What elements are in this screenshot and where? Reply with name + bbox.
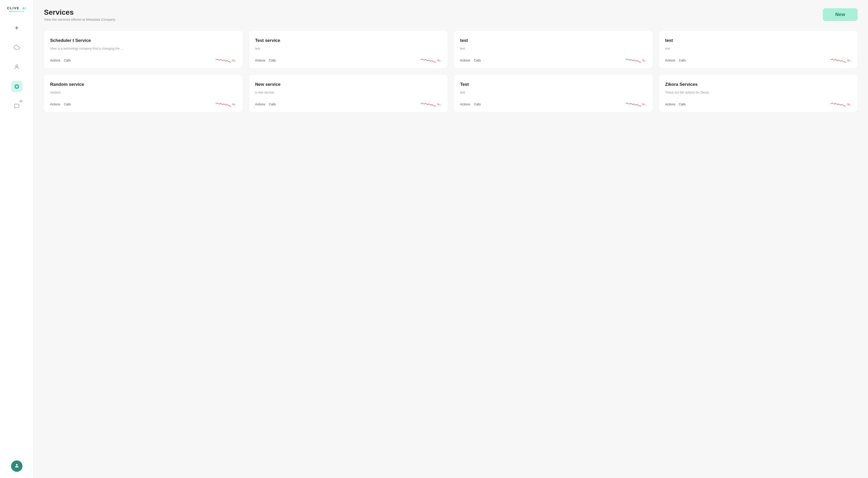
arrow-down-icon: ↓: [645, 103, 647, 106]
calls-link[interactable]: Calls: [474, 102, 481, 106]
service-footer: Actions Calls %↓: [460, 58, 647, 63]
sparkline-wrap: %↓: [421, 58, 441, 63]
service-footer: Actions Calls %↓: [460, 101, 647, 107]
percent-badge: %↓: [232, 59, 237, 62]
calls-link[interactable]: Calls: [679, 59, 686, 62]
sparkline-chart: [831, 58, 846, 63]
sparkline-wrap: %↓: [626, 58, 647, 63]
service-card-test-1[interactable]: test test Actions Calls %↓: [454, 31, 653, 68]
logo: CLIVE AI: [7, 6, 26, 11]
calls-link[interactable]: Calls: [474, 59, 481, 62]
service-card-new-service[interactable]: New service a new service Actions Calls …: [249, 75, 448, 112]
service-description: test: [460, 47, 647, 54]
arrow-down-icon: ↓: [850, 59, 851, 62]
service-description: Uber is a technology company that is cha…: [50, 47, 237, 54]
service-footer: Actions Calls %↓: [255, 101, 442, 107]
service-name: Test service: [255, 38, 442, 43]
logo-name: CLIVE AI: [7, 6, 26, 10]
actions-link[interactable]: Actions: [665, 59, 675, 62]
percent-badge: %↓: [642, 59, 647, 62]
sparkline-wrap: %↓: [216, 101, 237, 107]
services-icon[interactable]: [11, 81, 23, 92]
sparkline-wrap: %↓: [831, 101, 851, 107]
service-description: These are the actions for Zikora.: [665, 91, 852, 98]
sparkline-chart: [831, 101, 846, 107]
calls-link[interactable]: Calls: [64, 102, 71, 106]
percent-badge: %↓: [437, 59, 441, 62]
main-content: Services View the services offered at Me…: [34, 0, 868, 478]
service-description: test: [255, 47, 442, 54]
service-name: Scheduler t Service: [50, 38, 237, 43]
header-text: Services View the services offered at Me…: [44, 8, 115, 22]
percent-badge: %↓: [232, 103, 237, 106]
service-name: Zikora Services: [665, 82, 852, 87]
service-name: Random service: [50, 82, 237, 87]
actions-link[interactable]: Actions: [460, 102, 470, 106]
arrow-down-icon: ↓: [440, 59, 441, 62]
service-name: Test: [460, 82, 647, 87]
percent-badge: %↓: [642, 103, 647, 106]
service-card-scheduler-t-service[interactable]: Scheduler t Service Uber is a technology…: [44, 31, 243, 68]
sparkline-chart: [216, 101, 231, 107]
sparkline-chart: [626, 101, 641, 107]
sidebar: CLIVE AI + 24: [0, 0, 34, 478]
sparkline-wrap: %↓: [626, 101, 647, 107]
sparkline-chart: [626, 58, 641, 63]
service-card-zikora-services[interactable]: Zikora Services These are the actions fo…: [659, 75, 858, 112]
add-icon[interactable]: +: [11, 22, 23, 33]
user-icon[interactable]: [11, 61, 23, 72]
page-header: Services View the services offered at Me…: [44, 8, 858, 22]
notification-badge: 24: [19, 99, 24, 103]
arrow-down-icon: ↓: [645, 59, 647, 62]
arrow-down-icon: ↓: [850, 103, 851, 106]
svg-point-3: [16, 86, 18, 87]
actions-link[interactable]: Actions: [50, 102, 60, 106]
arrow-down-icon: ↓: [235, 103, 237, 106]
service-description: random: [50, 91, 237, 98]
actions-link[interactable]: Actions: [50, 59, 60, 62]
service-footer: Actions Calls %↓: [255, 58, 442, 63]
sparkline-chart: [421, 58, 436, 63]
service-footer: Actions Calls %↓: [665, 101, 852, 107]
service-name: test: [460, 38, 647, 43]
new-button[interactable]: New: [823, 8, 858, 21]
sparkline-wrap: %↓: [421, 101, 441, 107]
service-card-test-2[interactable]: test test Actions Calls %↓: [659, 31, 858, 68]
services-grid: Scheduler t Service Uber is a technology…: [44, 31, 858, 112]
actions-link[interactable]: Actions: [665, 102, 675, 106]
service-card-test-3[interactable]: Test test Actions Calls %↓: [454, 75, 653, 112]
service-description: test: [665, 47, 852, 54]
percent-badge: %↓: [847, 103, 851, 106]
calls-link[interactable]: Calls: [64, 59, 71, 62]
service-name: New service: [255, 82, 442, 87]
notifications-icon[interactable]: 24: [11, 100, 23, 112]
service-description: a new service: [255, 91, 442, 98]
sparkline-wrap: %↓: [216, 58, 237, 63]
actions-link[interactable]: Actions: [255, 59, 265, 62]
service-footer: Actions Calls %↓: [665, 58, 852, 63]
actions-link[interactable]: Actions: [460, 59, 470, 62]
page-subtitle: View the services offered at Metadata Co…: [44, 18, 115, 22]
avatar-icon[interactable]: [11, 460, 23, 472]
sparkline-chart: [216, 58, 231, 63]
service-footer: Actions Calls %↓: [50, 101, 237, 107]
service-card-test-service[interactable]: Test service test Actions Calls %↓: [249, 31, 448, 68]
percent-badge: %↓: [437, 103, 441, 106]
arrow-down-icon: ↓: [235, 59, 237, 62]
calls-link[interactable]: Calls: [679, 102, 686, 106]
service-name: test: [665, 38, 852, 43]
arrow-down-icon: ↓: [440, 103, 441, 106]
actions-link[interactable]: Actions: [255, 102, 265, 106]
calls-link[interactable]: Calls: [269, 59, 276, 62]
percent-badge: %↓: [847, 59, 851, 62]
service-card-random-service[interactable]: Random service random Actions Calls %↓: [44, 75, 243, 112]
calls-link[interactable]: Calls: [269, 102, 276, 106]
sparkline-chart: [421, 101, 436, 107]
service-description: test: [460, 91, 647, 98]
sparkline-wrap: %↓: [831, 58, 851, 63]
page-title: Services: [44, 8, 115, 17]
service-footer: Actions Calls %↓: [50, 58, 237, 63]
logo-line: [9, 11, 24, 11]
svg-point-1: [16, 65, 18, 67]
cloud-icon[interactable]: [11, 41, 23, 53]
